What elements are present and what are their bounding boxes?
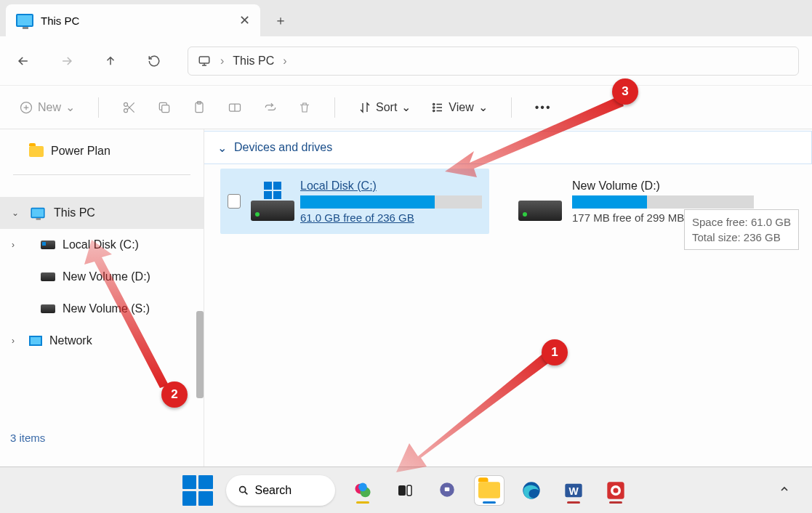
tab-bar: This PC ✕ ＋	[0, 0, 812, 36]
chevron-right-icon[interactable]: ›	[12, 336, 15, 346]
windows-logo-icon	[264, 182, 281, 199]
taskbar-search[interactable]: Search	[226, 475, 335, 506]
address-bar[interactable]: › This PC ›	[188, 47, 799, 76]
edge-icon	[521, 480, 542, 501]
scissors-icon	[122, 100, 137, 115]
svg-rect-16	[407, 485, 411, 496]
copy-button[interactable]	[154, 96, 174, 119]
chevron-up-icon	[779, 483, 790, 495]
capacity-bar	[572, 195, 754, 209]
share-icon	[263, 100, 278, 115]
start-button[interactable]	[182, 475, 213, 506]
rename-button[interactable]	[224, 96, 246, 119]
clipboard-icon	[192, 100, 206, 116]
sidebar-item-label: This PC	[54, 206, 95, 219]
separator	[98, 97, 99, 118]
chevron-down-icon: ⌄	[401, 100, 411, 114]
share-button[interactable]	[260, 96, 281, 119]
chevron-right-icon: ›	[283, 54, 286, 68]
trash-icon	[298, 100, 311, 115]
svg-rect-18	[444, 487, 449, 490]
drive-name: New Volume (D:)	[572, 179, 754, 193]
annotation-badge-1: 1	[542, 339, 568, 365]
drive-icon	[41, 272, 55, 281]
back-button[interactable]	[13, 51, 33, 71]
svg-marker-27	[445, 96, 624, 177]
annotation-badge-2: 2	[161, 381, 188, 408]
checkbox[interactable]	[228, 194, 241, 209]
annotation-badge-3: 3	[612, 78, 638, 105]
drive-free-text: 61.0 GB free of 236 GB	[300, 211, 482, 224]
copy-icon	[157, 100, 172, 115]
paste-button[interactable]	[189, 95, 209, 120]
svg-rect-0	[199, 57, 209, 63]
view-icon	[431, 101, 444, 114]
p-app-icon	[606, 480, 626, 501]
chat-icon	[438, 481, 457, 500]
sort-button[interactable]: Sort ⌄	[355, 96, 414, 118]
taskbar-taskview[interactable]	[390, 476, 419, 505]
chevron-down-icon[interactable]: ⌄	[12, 208, 19, 218]
cut-button[interactable]	[119, 96, 140, 119]
up-button[interactable]	[100, 51, 121, 71]
svg-point-10	[433, 110, 435, 111]
tab-title: This PC	[41, 15, 79, 27]
folder-icon	[29, 146, 44, 157]
separator	[13, 174, 190, 175]
search-icon	[238, 485, 249, 496]
scrollbar-thumb[interactable]	[196, 311, 204, 398]
svg-marker-26	[84, 240, 169, 388]
search-label: Search	[255, 484, 292, 497]
drive-icon	[41, 241, 55, 249]
annotation-arrow-3	[445, 93, 627, 180]
copilot-icon	[353, 480, 373, 501]
status-text: 3 items	[10, 432, 45, 444]
taskbar-app-p[interactable]	[601, 476, 630, 505]
drive-name: Local Disk (C:)	[300, 179, 482, 193]
svg-text:W: W	[568, 485, 579, 496]
taskbar-copilot[interactable]	[348, 476, 377, 505]
taskbar-chat[interactable]	[433, 476, 462, 505]
chevron-down-icon: ⌄	[217, 141, 227, 155]
new-button[interactable]: New ⌄	[16, 96, 78, 119]
taskview-icon	[396, 482, 414, 499]
taskbar-edge[interactable]	[517, 476, 546, 505]
folder-icon	[478, 482, 500, 498]
chevron-right-icon: ›	[220, 54, 224, 68]
monitor-outline-icon	[197, 54, 212, 68]
svg-point-24	[613, 488, 618, 493]
address-location: This PC	[233, 54, 274, 68]
svg-point-9	[433, 106, 435, 108]
svg-rect-4	[162, 105, 169, 112]
sort-label: Sort	[376, 101, 397, 114]
svg-rect-15	[398, 485, 406, 496]
drive-icon	[251, 182, 290, 221]
svg-point-8	[433, 103, 435, 105]
sidebar-quick-power-plan[interactable]: Power Plan	[0, 135, 204, 167]
plus-circle-icon	[19, 100, 33, 115]
forward-button[interactable]	[57, 51, 77, 71]
tooltip-line: Space free: 61.0 GB	[692, 214, 791, 230]
drive-icon	[41, 304, 55, 313]
taskbar-overflow[interactable]	[779, 483, 790, 498]
monitor-icon	[31, 208, 44, 218]
toolbar: New ⌄ Sort ⌄ View ⌄ •••	[0, 86, 812, 129]
new-tab-button[interactable]: ＋	[266, 6, 295, 35]
annotation-arrow-1	[396, 342, 563, 472]
svg-point-14	[358, 482, 367, 491]
sidebar-item-this-pc[interactable]: ⌄ This PC	[0, 197, 204, 229]
taskbar-file-explorer[interactable]	[475, 476, 504, 505]
taskbar: Search W	[0, 466, 812, 513]
chevron-right-icon[interactable]: ›	[12, 240, 15, 250]
tab-this-pc[interactable]: This PC ✕	[6, 4, 260, 36]
separator	[334, 97, 335, 118]
section-title: Devices and drives	[234, 141, 332, 154]
close-tab-icon[interactable]: ✕	[239, 12, 250, 28]
sidebar-item-label: Power Plan	[51, 145, 110, 158]
refresh-button[interactable]	[144, 51, 164, 71]
taskbar-word[interactable]: W	[559, 476, 588, 505]
svg-marker-25	[396, 349, 556, 472]
sort-icon	[358, 101, 371, 114]
rename-icon	[227, 100, 243, 115]
delete-button[interactable]	[295, 96, 314, 119]
